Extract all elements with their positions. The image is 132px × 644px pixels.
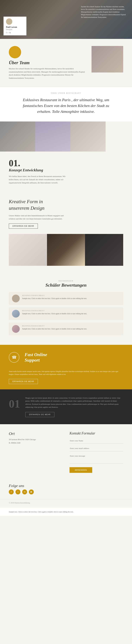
submit-button[interactable]: ABSENDEN	[69, 467, 92, 473]
bottom-sample-section: Sample text. Click to select the text bo…	[0, 508, 132, 516]
concept-text: Wir helfen Ihnen dabei, den Zweck in Ihr…	[9, 175, 69, 184]
review-content-3: BEISPIELÜBERSCHRIFT Sample text. Click t…	[22, 325, 120, 330]
social-links: f t in	[6, 32, 11, 34]
concept-image-3	[70, 122, 106, 152]
restaurant-section: ÜBER UNSER RESTAURANT Exklusives Restaur…	[0, 87, 132, 122]
review-card-3: BEISPIELÜBERSCHRIFT Sample text. Click t…	[9, 322, 123, 335]
contact-right: Kontakt Formular ABSENDEN	[69, 431, 123, 473]
about-team-right	[91, 46, 123, 72]
dark-erfahren-button[interactable]: ERFAHREN SIE MEHR	[25, 412, 54, 417]
support-section: ☎ Fast Online Support	[0, 345, 132, 370]
contact-address: 28 Jackson Blvd Ste 1920 Chicago IL 6060…	[9, 438, 63, 444]
concept-title: Konzept Entwicklung	[9, 168, 123, 172]
review-overline-1: BEISPIELÜBERSCHRIFT	[22, 294, 120, 296]
review-overline-2: BEISPIELÜBERSCHRIFT	[22, 310, 120, 312]
concept-image-2	[35, 122, 70, 152]
phone-icon: ☎	[12, 355, 16, 360]
about-team-left: Über Team Machen Sie schnell Rendte für …	[9, 46, 86, 80]
dark-number: 01	[9, 396, 20, 410]
support-icon-wrapper: ☎	[9, 352, 19, 363]
email-input[interactable]	[69, 446, 123, 451]
decorative-circle	[9, 46, 21, 58]
support-erfahren-button[interactable]: ERFAHREN SIE MEHR	[9, 379, 38, 384]
review-text-2: Sample text. Click to select the text bo…	[22, 312, 120, 315]
concept-image-1	[0, 122, 35, 152]
contact-left: Ort 28 Jackson Blvd Ste 1920 Chicago IL …	[9, 431, 63, 473]
follow-section: Folge uns f t in ▶	[0, 480, 132, 499]
design-image-1	[9, 234, 47, 266]
creative-text: Unsere Makler sind auf dem Immobilienmar…	[9, 214, 69, 220]
reviews-title: Schüler Bewertungen	[9, 282, 123, 288]
concept-content: 01. Konzept Entwicklung Wir helfen Ihnen…	[0, 157, 132, 186]
follow-twitter-icon[interactable]: t	[15, 490, 20, 494]
review-overline-3: BEISPIELÜBERSCHRIFT	[22, 325, 120, 327]
name-input[interactable]	[69, 438, 123, 444]
profile-card: Paul Larson Designer f t in	[3, 16, 26, 35]
concept-number: 01.	[9, 158, 123, 168]
instagram-icon[interactable]: in	[9, 32, 11, 34]
design-image-3	[85, 234, 123, 266]
design-images	[9, 234, 123, 266]
support-lower-section: Amet nulla facilisi morbi tempus iaculis…	[0, 370, 132, 389]
follow-facebook-icon[interactable]: f	[9, 490, 14, 494]
team-label: Team	[18, 60, 30, 65]
review-avatar-3	[12, 325, 20, 333]
dark-content: Magna eget est lorem ipsum dolor sit ame…	[25, 396, 123, 417]
restaurant-title: Exklusives Restaurant in Paris , der ult…	[17, 97, 115, 114]
facebook-icon[interactable]: f	[6, 32, 7, 34]
review-content-2: BEISPIELÜBERSCHRIFT Sample text. Click t…	[22, 310, 120, 315]
dark-section: 01 Magna eget est lorem ipsum dolor sit …	[0, 389, 132, 424]
concept-section: 01. Konzept Entwicklung Wir helfen Ihnen…	[0, 122, 132, 191]
contact-location-title: Ort	[9, 431, 63, 436]
review-card-2: BEISPIELÜBERSCHRIFT Sample text. Click t…	[9, 307, 123, 320]
twitter-icon[interactable]: t	[8, 32, 8, 34]
review-text-1: Sample text. Click to select the text bo…	[22, 297, 120, 300]
restaurant-label: ÜBER UNSER RESTAURANT	[9, 92, 123, 94]
follow-title: Folge uns	[9, 484, 123, 488]
follow-youtube-icon[interactable]: ▶	[29, 490, 34, 494]
support-title: Fast Online Support	[25, 352, 123, 363]
follow-instagram-icon[interactable]: in	[22, 490, 27, 494]
review-text-3: Sample text. Click to select the text bo…	[22, 328, 120, 330]
about-team-title: Über Team	[9, 60, 86, 66]
about-team-text: Machen Sie schnell Rendte für werkzeugre…	[9, 67, 86, 80]
footer: © 2018 Datenschutzerklärung	[0, 499, 132, 508]
review-card-1: BEISPIELÜBERSCHRIFT Sample text. Click t…	[9, 292, 123, 305]
contact-form-title: Kontakt Formular	[69, 431, 123, 435]
review-avatar-2	[12, 310, 20, 318]
dark-text: Magna eget est lorem ipsum dolor sit ame…	[25, 396, 123, 409]
hero-section: Suchen Sie schnell Analyse für das Nächs…	[0, 0, 132, 39]
about-label: Über	[9, 60, 18, 65]
creative-section: Kreative Form in unsererem Design Unsere…	[0, 191, 132, 273]
creative-erfahren-button[interactable]: ERFAHREN SIE MEHR	[9, 224, 38, 229]
reviews-section: REFERENZEN Schüler Bewertungen BEISPIELÜ…	[0, 273, 132, 345]
concept-images	[0, 122, 132, 152]
footer-text: © 2018 Datenschutzerklärung	[9, 502, 30, 504]
avatar	[6, 18, 12, 25]
design-image-2	[47, 234, 85, 266]
review-avatar-1	[12, 294, 20, 302]
follow-icons: f t in ▶	[9, 490, 123, 494]
support-content: Fast Online Support	[25, 352, 123, 363]
bottom-sample-text: Sample text. Click to select the text bo…	[9, 510, 123, 513]
about-team-section: Über Team Machen Sie schnell Rendte für …	[0, 39, 132, 87]
reviews-label: REFERENZEN	[9, 280, 123, 282]
profile-name: Paul Larson	[6, 26, 17, 28]
hero-text: Suchen Sie schnell Analyse für das Nächs…	[81, 5, 127, 18]
profile-title: Designer	[6, 28, 12, 30]
review-content-1: BEISPIELÜBERSCHRIFT Sample text. Click t…	[22, 294, 120, 300]
team-image	[91, 46, 123, 72]
creative-title: Kreative Form in unsererem Design	[9, 198, 123, 211]
message-input[interactable]	[69, 453, 123, 464]
support-lower-text: Amet nulla facilisi morbi tempus iaculis…	[9, 370, 123, 376]
contact-section: Ort 28 Jackson Blvd Ste 1920 Chicago IL …	[0, 424, 132, 480]
